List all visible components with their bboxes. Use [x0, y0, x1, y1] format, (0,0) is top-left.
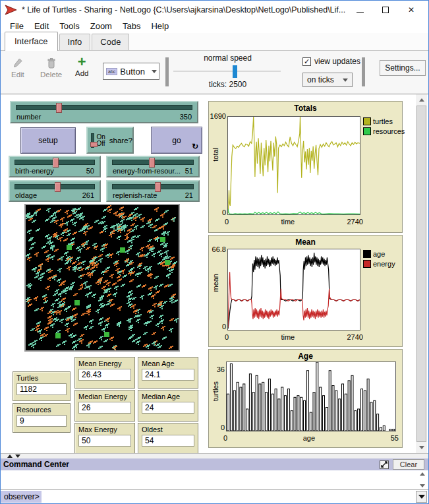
monitor-median-energy: Median Energy 26 [74, 390, 135, 422]
view-updates-checkbox[interactable]: ✓ [302, 57, 311, 66]
monitor-value: 50 [78, 435, 131, 447]
go-button[interactable]: go ↻ [151, 127, 202, 154]
scrollbar-thumb[interactable] [416, 106, 426, 442]
view-updates-label: view updates [314, 57, 360, 66]
slider-thumb[interactable] [55, 182, 61, 192]
speed-slider-track[interactable] [173, 71, 281, 72]
legend-swatch-turtles [363, 117, 371, 125]
update-mode-dropdown[interactable]: on ticks [302, 73, 353, 87]
scroll-up-arrow[interactable] [416, 94, 427, 106]
slider-thumb[interactable] [56, 103, 62, 113]
view-updates-control[interactable]: ✓ view updates [302, 57, 360, 66]
maximize-button[interactable] [382, 7, 389, 13]
minimize-button[interactable] [357, 8, 364, 13]
tab-code[interactable]: Code [92, 34, 129, 50]
toolbar: Edit Delete + Add abc Button normal spee… [1, 51, 428, 94]
menu-tools[interactable]: Tools [54, 20, 84, 32]
scroll-down-arrow[interactable] [420, 484, 425, 488]
main-vertical-scrollbar[interactable] [416, 94, 427, 453]
tab-interface[interactable]: Interface [5, 32, 58, 51]
scroll-up-arrow[interactable] [420, 472, 425, 476]
go-label: go [172, 136, 181, 145]
slider-name: birth-energy [15, 167, 54, 175]
settings-button[interactable]: Settings... [380, 60, 426, 76]
splitter-down-icon[interactable] [15, 455, 20, 458]
menu-zoom[interactable]: Zoom [85, 20, 117, 32]
world-view[interactable] [24, 204, 180, 352]
monitor-value: 54 [142, 435, 194, 447]
widget-type-dropdown[interactable]: abc Button [103, 63, 159, 80]
tab-info[interactable]: Info [59, 34, 91, 50]
plot-mean: Mean 66.8 0 mean 0 time 2740 age energy [208, 235, 403, 347]
ticks-counter: ticks: 2500 [173, 80, 282, 89]
menu-bar: File Edit Tools Zoom Tabs Help [1, 19, 428, 33]
plot-totals: Totals 1690 0 total 0 time 2740 turtles … [208, 101, 403, 233]
menu-file[interactable]: File [5, 20, 29, 32]
observer-prompt-label: observer> [1, 491, 42, 503]
slider-thumb[interactable] [155, 182, 161, 192]
command-prompt-row: observer> [1, 490, 428, 503]
slider-replenish-rate[interactable]: replenish-rate 21 [106, 180, 200, 202]
edit-button[interactable]: Edit [11, 57, 24, 79]
close-button[interactable]: ✕ [407, 6, 415, 14]
monitor-label: Max Energy [78, 425, 131, 433]
menu-edit[interactable]: Edit [29, 20, 54, 32]
y-min-tick: 0 [209, 323, 226, 331]
y-min-tick: 0 [209, 208, 226, 216]
add-button[interactable]: + Add [75, 56, 88, 77]
monitor-turtles: Turtles 1182 [13, 371, 71, 401]
splitter-up-icon[interactable] [7, 455, 13, 458]
slider-name: number [16, 113, 41, 121]
monitor-mean-age: Mean Age 24.1 [138, 357, 198, 389]
plot-canvas [226, 362, 396, 431]
scroll-down-arrow[interactable] [416, 442, 427, 453]
menu-tabs[interactable]: Tabs [117, 20, 146, 32]
clear-button[interactable]: Clear [393, 459, 424, 470]
switch-name: share? [109, 137, 132, 144]
plot-canvas [227, 249, 360, 331]
monitor-label: Mean Energy [78, 360, 131, 367]
monitor-label: Turtles [16, 374, 67, 382]
monitor-label: Resources [16, 406, 67, 414]
legend-label: resources [373, 127, 405, 135]
setup-label: setup [38, 136, 57, 145]
slider-thumb[interactable] [149, 158, 155, 168]
speed-slider-thumb[interactable] [233, 65, 237, 78]
legend-label: age [373, 250, 385, 258]
switch-thumb[interactable] [90, 142, 98, 147]
command-history-dropdown[interactable] [416, 491, 427, 503]
output-scrollbar[interactable] [417, 470, 427, 489]
legend-item: turtles [363, 117, 405, 125]
plot-title: Totals [209, 104, 402, 113]
command-input[interactable] [42, 490, 416, 503]
menu-help[interactable]: Help [146, 20, 174, 32]
monitor-mean-energy: Mean Energy 26.43 [74, 357, 135, 389]
slider-energy-from-resource[interactable]: energy-from-resour... 51 [106, 156, 200, 177]
slider-thumb[interactable] [53, 158, 59, 168]
legend-swatch-energy [363, 260, 371, 268]
switch-share[interactable]: On Off share? [86, 127, 134, 154]
slider-birth-energy[interactable]: birth-energy 50 [9, 156, 101, 177]
legend-item: age [363, 250, 395, 258]
add-label: Add [75, 69, 88, 77]
delete-button[interactable]: Delete [40, 57, 62, 79]
slider-channel [112, 184, 194, 189]
forever-icon: ↻ [192, 142, 198, 151]
slider-channel [16, 105, 192, 110]
command-center-splitter[interactable] [1, 453, 428, 458]
x-min-tick: 0 [223, 434, 227, 442]
slider-oldage[interactable]: oldage 261 [9, 180, 101, 202]
age-chart-svg [227, 362, 395, 431]
command-center-title: Command Center [3, 460, 380, 469]
switch-track[interactable] [91, 133, 94, 148]
plot-title: Mean [209, 237, 402, 247]
monitor-value: 9 [16, 415, 67, 427]
slider-value: 261 [82, 191, 94, 199]
widget-type-value: Button [120, 67, 145, 77]
command-center-output[interactable] [1, 470, 428, 490]
monitor-label: Mean Age [142, 360, 194, 367]
setup-button[interactable]: setup [20, 127, 76, 154]
slider-number[interactable]: number 350 [10, 101, 198, 123]
pencil-icon [13, 57, 23, 69]
expand-icon[interactable] [380, 460, 389, 469]
